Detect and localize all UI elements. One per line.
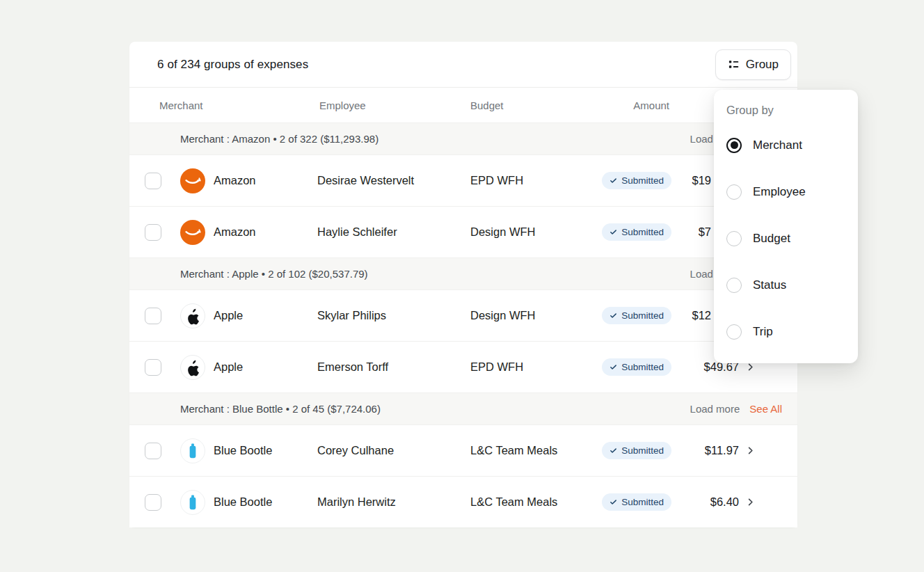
group-by-option-status[interactable]: Status [726, 262, 845, 308]
checkbox-cell [145, 173, 180, 189]
group-label: Merchant : Apple • 2 of 102 ($20,537.79) [180, 268, 368, 280]
group-by-option-trip[interactable]: Trip [726, 308, 845, 355]
merchant-name: Apple [214, 309, 243, 322]
employee-name: Haylie Schleifer [317, 225, 470, 239]
group-by-option-merchant[interactable]: Merchant [726, 122, 845, 168]
apple-icon [180, 303, 205, 328]
amazon-icon [180, 168, 205, 193]
row-checkbox[interactable] [145, 308, 161, 324]
status-label: Submitted [621, 497, 664, 507]
group-by-options: Merchant Employee Budget Status Trip [726, 122, 845, 355]
check-icon [610, 228, 617, 236]
column-header-budget: Budget [470, 100, 599, 111]
merchant-cell: Amazon [180, 168, 317, 193]
merchant-cell: Blue Bootle [180, 490, 317, 515]
group-label: Merchant : Amazon • 2 of 322 ($11,293.98… [180, 133, 379, 145]
option-label: Trip [753, 325, 773, 339]
column-header-amount: Amount [599, 100, 669, 111]
merchant-cell: Apple [180, 355, 317, 380]
chevron-right-icon [745, 497, 756, 507]
check-icon [610, 312, 617, 319]
status-badge: Submitted [602, 358, 671, 376]
merchant-name: Amazon [214, 174, 256, 187]
expense-row[interactable]: Blue Bootle Corey Culhane L&C Team Meals… [129, 424, 797, 476]
amount-value: $7 [699, 225, 711, 239]
amount-value: $6.40 [710, 495, 739, 509]
amount-value: $11.97 [705, 444, 739, 457]
row-checkbox[interactable] [145, 359, 161, 376]
checkbox-cell [145, 308, 180, 324]
check-icon [610, 447, 617, 454]
group-header-row: Merchant : Blue Bottle • 2 of 45 ($7,724… [129, 392, 797, 424]
employee-name: Corey Culhane [317, 444, 470, 457]
bottle-icon [180, 438, 205, 463]
radio-budget[interactable] [726, 231, 742, 246]
chevron-right-icon [745, 362, 756, 372]
status-label: Submitted [621, 175, 664, 186]
group-button-label: Group [746, 58, 779, 72]
group-header-row: Merchant : Apple • 2 of 102 ($20,537.79)… [129, 257, 797, 289]
merchant-name: Blue Bootle [214, 495, 272, 509]
group-button[interactable]: Group [715, 49, 791, 80]
option-label: Employee [753, 185, 806, 199]
amount-value: $19 [692, 174, 711, 187]
expense-row[interactable]: Amazon Desirae Westervelt EPD WFH Submit… [129, 154, 797, 206]
status-cell: Submitted [599, 307, 671, 324]
radio-trip[interactable] [726, 324, 742, 340]
group-by-label: Group by [726, 104, 845, 122]
group-by-dropdown: Group by Merchant Employee Budget Status… [714, 90, 858, 363]
merchant-cell: Apple [180, 303, 317, 328]
load-more-link[interactable]: Load more [690, 403, 740, 415]
status-badge: Submitted [602, 442, 671, 459]
chevron-right-icon [745, 445, 756, 456]
column-header-merchant: Merchant [159, 100, 319, 111]
amazon-icon [180, 220, 205, 245]
budget-name: EPD WFH [470, 174, 599, 187]
row-checkbox[interactable] [145, 494, 161, 511]
employee-name: Emerson Torff [317, 360, 470, 374]
amount-cell: $6.40 [671, 495, 797, 509]
checkbox-cell [145, 224, 180, 241]
expense-row[interactable]: Apple Emerson Torff EPD WFH Submitted $4… [129, 341, 797, 392]
merchant-name: Apple [214, 360, 243, 374]
status-badge: Submitted [602, 307, 671, 324]
group-label: Merchant : Blue Bottle • 2 of 45 ($7,724… [180, 403, 381, 415]
status-badge: Submitted [602, 493, 671, 511]
checkbox-cell [145, 443, 180, 459]
expense-row[interactable]: Amazon Haylie Schleifer Design WFH Submi… [129, 206, 797, 257]
column-header-employee: Employee [319, 100, 470, 111]
expense-row[interactable]: Apple Skylar Philips Design WFH Submitte… [129, 289, 797, 341]
expense-row[interactable]: Blue Bootle Marilyn Herwitz L&C Team Mea… [129, 476, 797, 527]
status-cell: Submitted [599, 358, 671, 376]
row-checkbox[interactable] [145, 443, 161, 459]
expenses-card: 6 of 234 groups of expenses Group Mercha… [129, 42, 797, 527]
option-label: Merchant [753, 138, 802, 152]
bottle-icon [180, 490, 205, 515]
merchant-cell: Blue Bootle [180, 438, 317, 463]
amount-value: $12 [692, 309, 711, 322]
budget-name: L&C Team Meals [470, 444, 599, 457]
status-label: Submitted [621, 445, 664, 456]
merchant-name: Blue Bootle [214, 444, 272, 457]
radio-status[interactable] [726, 278, 742, 293]
radio-merchant[interactable] [726, 138, 742, 153]
expense-count-title: 6 of 234 groups of expenses [157, 58, 308, 72]
group-by-option-budget[interactable]: Budget [726, 215, 845, 262]
row-checkbox[interactable] [145, 173, 161, 189]
status-cell: Submitted [599, 223, 671, 241]
employee-name: Desirae Westervelt [317, 174, 470, 187]
row-checkbox[interactable] [145, 224, 161, 241]
employee-name: Skylar Philips [317, 309, 470, 322]
check-icon [610, 498, 617, 506]
radio-employee[interactable] [726, 184, 742, 200]
check-icon [610, 177, 617, 184]
budget-name: EPD WFH [470, 360, 599, 374]
group-by-option-employee[interactable]: Employee [726, 168, 845, 215]
card-title-bar: 6 of 234 groups of expenses Group [129, 42, 797, 87]
merchant-name: Amazon [214, 225, 256, 239]
status-cell: Submitted [599, 493, 671, 511]
see-all-link[interactable]: See All [749, 403, 782, 415]
checkbox-cell [145, 359, 180, 376]
status-label: Submitted [621, 227, 664, 237]
table-header: Merchant Employee Budget Amount [129, 87, 797, 122]
